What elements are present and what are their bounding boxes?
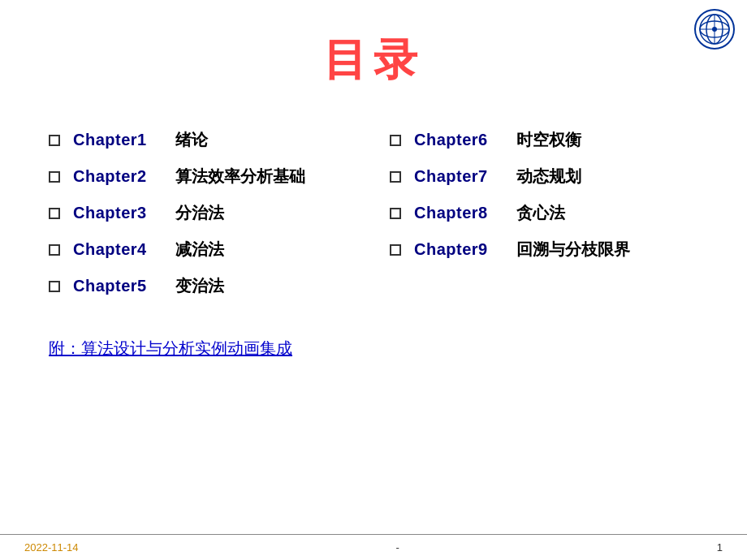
chapter-label-ch3: Chapter3 — [73, 204, 162, 222]
appendix-link[interactable]: 附：算法设计与分析实例动画集成 — [49, 339, 292, 357]
chapter-label-ch7: Chapter7 — [414, 167, 503, 186]
list-item: Chapter2 算法效率分析基础 — [49, 166, 374, 187]
chapter-label-ch9: Chapter9 — [414, 240, 503, 259]
chapter-label-ch8: Chapter8 — [414, 204, 503, 222]
checkbox-icon-ch7 — [390, 171, 401, 183]
list-item: Chapter3 分治法 — [49, 202, 374, 224]
checkbox-icon-ch9 — [390, 244, 401, 256]
footer: 2022-11-14 - 1 — [0, 534, 747, 560]
list-item: Chapter9 回溯与分枝限界 — [390, 239, 715, 261]
left-column: Chapter1 绪论 Chapter2 算法效率分析基础 Chapter3 分… — [49, 129, 374, 297]
chapter-title-ch1: 绪论 — [175, 129, 208, 151]
page-title: 目录 — [0, 0, 747, 90]
list-item: Chapter4 减治法 — [49, 239, 374, 261]
list-item: Chapter8 贪心法 — [390, 202, 715, 224]
right-column: Chapter6 时空权衡 Chapter7 动态规划 Chapter8 贪心法… — [374, 129, 715, 297]
chapter-label-ch1: Chapter1 — [73, 131, 162, 149]
chapter-title-ch7: 动态规划 — [516, 166, 581, 187]
footer-date: 2022-11-14 — [24, 541, 79, 554]
checkbox-icon-ch1 — [49, 135, 60, 146]
list-item: Chapter5 变治法 — [49, 275, 374, 297]
footer-page: 1 — [717, 541, 723, 554]
chapter-title-ch6: 时空权衡 — [516, 129, 581, 151]
checkbox-icon-ch4 — [49, 244, 60, 256]
list-item: Chapter7 动态规划 — [390, 166, 715, 187]
chapter-label-ch5: Chapter5 — [73, 277, 162, 295]
checkbox-icon-ch6 — [390, 135, 401, 146]
chapter-label-ch6: Chapter6 — [414, 131, 503, 149]
checkbox-icon-ch5 — [49, 281, 60, 292]
chapter-title-ch9: 回溯与分枝限界 — [516, 239, 630, 261]
slide: 目录 Chapter1 绪论 Chapter2 算法效率分析基础 Chapter… — [0, 0, 747, 560]
chapter-title-ch3: 分治法 — [175, 202, 224, 224]
chapter-title-ch4: 减治法 — [175, 239, 224, 261]
chapter-title-ch2: 算法效率分析基础 — [175, 166, 305, 187]
chapter-label-ch2: Chapter2 — [73, 167, 162, 186]
chapter-title-ch8: 贪心法 — [516, 202, 565, 224]
list-item: Chapter6 时空权衡 — [390, 129, 715, 151]
chapter-label-ch4: Chapter4 — [73, 240, 162, 259]
chapter-title-ch5: 变治法 — [175, 275, 224, 297]
footer-dash: - — [395, 541, 399, 554]
checkbox-icon-ch2 — [49, 171, 60, 183]
appendix-area: 附：算法设计与分析实例动画集成 — [0, 338, 747, 360]
content-area: Chapter1 绪论 Chapter2 算法效率分析基础 Chapter3 分… — [0, 129, 747, 297]
checkbox-icon-ch3 — [49, 208, 60, 219]
university-logo — [693, 8, 736, 50]
list-item: Chapter1 绪论 — [49, 129, 374, 151]
checkbox-icon-ch8 — [390, 208, 401, 219]
